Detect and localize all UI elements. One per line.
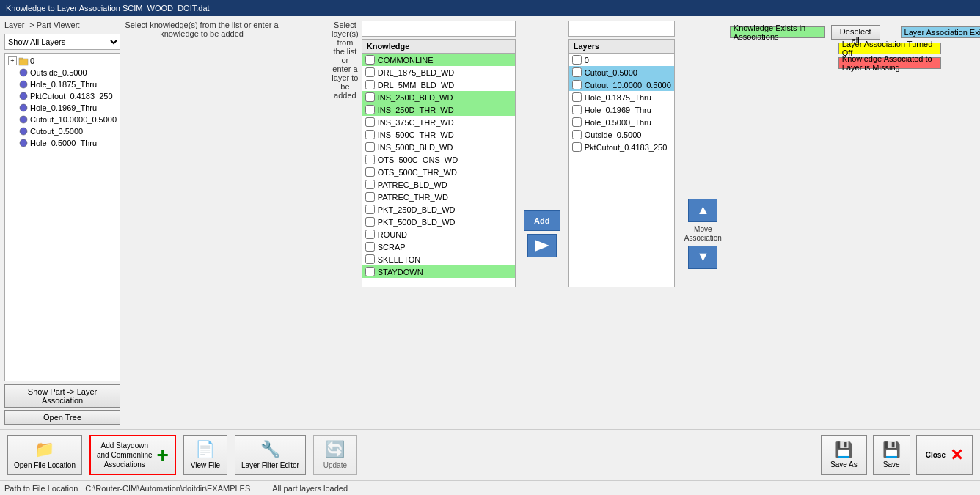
add-staydown-line2: and Commonline	[97, 450, 153, 460]
knowledge-checkbox[interactable]	[365, 92, 375, 102]
knowledge-checkbox[interactable]	[365, 254, 375, 264]
knowledge-item-patrecbld[interactable]: PATREC_BLD_WD	[362, 178, 515, 191]
layer-item-cutout05[interactable]: Cutout_0.5000	[569, 66, 674, 78]
save-label: Save	[883, 461, 900, 469]
knowledge-checkbox[interactable]	[365, 155, 375, 164]
layer-checkbox[interactable]	[572, 80, 582, 89]
add-button[interactable]: Add	[524, 210, 560, 231]
knowledge-checkbox[interactable]	[365, 130, 375, 139]
file-icon: 📄	[195, 440, 215, 459]
update-btn[interactable]: 🔄 Update	[313, 435, 357, 475]
knowledge-item-scrap[interactable]: SCRAP	[362, 241, 515, 253]
knowledge-header-text: Select knowledge(s) from the list or ent…	[125, 21, 279, 422]
tree-item-0[interactable]: + 0	[7, 55, 118, 67]
layer-checkbox[interactable]	[572, 105, 582, 114]
tree-item-hole2[interactable]: Hole_0.1969_Thru	[7, 102, 118, 114]
show-part-layer-btn[interactable]: Show Part -> Layer Association	[4, 384, 120, 408]
knowledge-item-ots500cthr[interactable]: OTS_500C_THR_WD	[362, 166, 515, 178]
layers-header-text: Select layer(s) from the list or enter a…	[332, 21, 359, 422]
layers-input[interactable]	[568, 21, 675, 37]
layer-viewer-panel: Layer -> Part Viewer: Show All Layers + …	[4, 21, 120, 425]
open-file-label: Open File Location	[14, 461, 76, 470]
knowledge-item-ins500d[interactable]: INS_500D_BLD_WD	[362, 141, 515, 153]
knowledge-checkbox[interactable]	[365, 192, 375, 202]
open-file-btn[interactable]: 📁 Open File Location	[7, 435, 82, 475]
layer-filter-btn[interactable]: 🔧 Layer Filter Editor	[235, 435, 306, 475]
add-staydown-line1: Add Staydown	[97, 441, 153, 450]
knowledge-item-ins375[interactable]: INS_375C_THR_WD	[362, 116, 515, 128]
svg-point-8	[20, 139, 27, 147]
knowledge-checkbox[interactable]	[365, 55, 375, 65]
layer-checkbox[interactable]	[572, 92, 582, 102]
knowledge-item-skeleton[interactable]: SKELETON	[362, 253, 515, 265]
knowledge-item-commonline[interactable]: COMMONLINE	[362, 54, 515, 66]
layer-item-cutout10[interactable]: Cutout_10.0000_0.5000	[569, 78, 674, 91]
svg-marker-9	[535, 240, 549, 252]
layer-checkbox[interactable]	[572, 142, 582, 152]
knowledge-item-drl1875[interactable]: DRL_1875_BLD_WD	[362, 66, 515, 78]
layer-checkbox[interactable]	[572, 55, 582, 65]
expand-icon[interactable]: +	[8, 56, 17, 65]
update-label: Update	[323, 461, 347, 470]
knowledge-item-drl5mm[interactable]: DRL_5MM_BLD_WD	[362, 78, 515, 91]
knowledge-item-ins250thr[interactable]: INS_250D_THR_WD	[362, 103, 515, 116]
tree-item-pkt[interactable]: PktCutout_0.4183_250	[7, 90, 118, 102]
move-up-button[interactable]: ▲	[688, 199, 717, 222]
layer-checkbox[interactable]	[572, 117, 582, 127]
svg-point-5	[20, 104, 27, 111]
view-file-btn[interactable]: 📄 View File	[183, 435, 227, 475]
add-arrow-button[interactable]	[527, 234, 557, 257]
knowledge-item-patrecthr[interactable]: PATREC_THR_WD	[362, 191, 515, 203]
layer-item-outside[interactable]: Outside_0.5000	[569, 128, 674, 141]
tree-item-outside[interactable]: Outside_0.5000	[7, 67, 118, 78]
layer-checkbox[interactable]	[572, 67, 582, 77]
knowledge-input[interactable]	[362, 21, 516, 37]
open-tree-btn[interactable]: Open Tree	[4, 410, 120, 425]
save-as-btn[interactable]: 💾 Save As	[821, 435, 867, 475]
knowledge-checkbox[interactable]	[365, 167, 375, 177]
svg-point-2	[20, 69, 27, 76]
close-btn[interactable]: Close ✕	[916, 435, 973, 475]
knowledge-item-pkt500[interactable]: PKT_500D_BLD_WD	[362, 216, 515, 228]
tree-item-cutout10[interactable]: Cutout_10.0000_0.5000	[7, 114, 118, 125]
knowledge-checkbox[interactable]	[365, 217, 375, 227]
knowledge-checkbox[interactable]	[365, 205, 375, 214]
middle-columns: Select knowledge(s) from the list or ent…	[125, 21, 980, 425]
save-icon: 💾	[882, 441, 901, 458]
knowledge-item-ins250bld[interactable]: INS_250D_BLD_WD	[362, 91, 515, 103]
show-layers-select[interactable]: Show All Layers	[4, 34, 120, 50]
knowledge-checkbox[interactable]	[365, 267, 375, 276]
add-staydown-line3: Associations	[97, 460, 153, 469]
layer-icon	[18, 79, 29, 89]
move-down-button[interactable]: ▼	[688, 246, 717, 269]
knowledge-item-round[interactable]: ROUND	[362, 228, 515, 241]
knowledge-checkbox[interactable]	[365, 105, 375, 114]
knowledge-item-pkt250[interactable]: PKT_250D_BLD_WD	[362, 203, 515, 216]
layer-checkbox[interactable]	[572, 130, 582, 139]
layer-item-hole05[interactable]: Hole_0.5000_Thru	[569, 116, 674, 128]
tree-item-hole1[interactable]: Hole_0.1875_Thru	[7, 78, 118, 90]
tree-item-cutout[interactable]: Cutout_0.5000	[7, 125, 118, 137]
knowledge-checkbox[interactable]	[365, 230, 375, 239]
svg-point-3	[20, 81, 27, 88]
knowledge-item-ins500c[interactable]: INS_500C_THR_WD	[362, 128, 515, 141]
add-staydown-btn[interactable]: Add Staydown and Commonline Associations…	[89, 435, 176, 475]
knowledge-item-staydown[interactable]: STAYDOWN	[362, 265, 515, 278]
save-btn[interactable]: 💾 Save	[873, 435, 910, 475]
knowledge-checkbox[interactable]	[365, 67, 375, 77]
knowledge-checkbox[interactable]	[365, 80, 375, 89]
add-staydown-text: Add Staydown and Commonline Associations	[97, 441, 153, 469]
knowledge-checkbox[interactable]	[365, 142, 375, 152]
layer-item-pkt[interactable]: PktCutout_0.4183_250	[569, 141, 674, 153]
knowledge-item-ots500cons[interactable]: OTS_500C_ONS_WD	[362, 153, 515, 166]
layer-item-0[interactable]: 0	[569, 54, 674, 66]
layer-icon	[18, 126, 29, 136]
tree-item-hole3[interactable]: Hole_0.5000_Thru	[7, 137, 118, 149]
layers-panel: Layers 0 Cutout_0.5000 Cutout_10.0000	[568, 21, 675, 425]
knowledge-deselect-btn[interactable]: Deselect all	[831, 25, 880, 40]
layer-item-hole1969[interactable]: Hole_0.1969_Thru	[569, 103, 674, 116]
knowledge-checkbox[interactable]	[365, 242, 375, 252]
knowledge-checkbox[interactable]	[365, 180, 375, 189]
knowledge-checkbox[interactable]	[365, 117, 375, 127]
layer-item-hole1875[interactable]: Hole_0.1875_Thru	[569, 91, 674, 103]
